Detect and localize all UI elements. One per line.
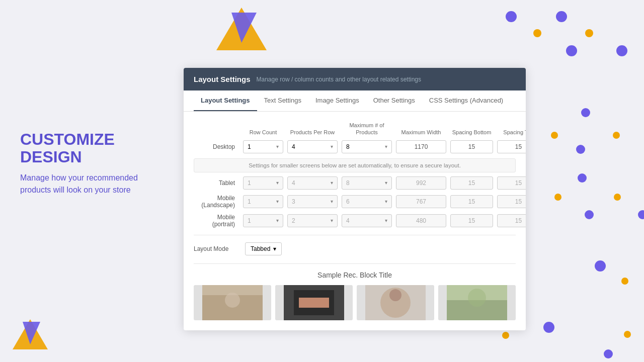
dot-purple-12 — [604, 349, 613, 358]
dot-purple-3 — [566, 45, 577, 56]
dot-purple-7 — [578, 173, 587, 183]
svg-rect-9 — [299, 298, 329, 308]
settings-table: Row Count Products Per Row Maximum # of … — [194, 122, 516, 228]
chevron-down-icon: ▾ — [276, 218, 279, 223]
mobile-portrait-max-width[interactable] — [396, 214, 446, 227]
info-banner: Settings for smaller screens below are s… — [194, 158, 516, 172]
product-thumb-2 — [275, 285, 353, 320]
tab-css-settings[interactable]: CSS Settings (Advanced) — [422, 90, 510, 111]
page-description: Manage how your recommended products wil… — [20, 172, 161, 196]
desktop-products-per-row[interactable]: 4 ▾ — [287, 140, 338, 153]
dot-orange-4 — [613, 132, 620, 139]
tablet-spacing-bottom[interactable] — [450, 176, 493, 190]
panel-title: Layout Settings — [194, 75, 251, 83]
mobile-portrait-spacing-top[interactable] — [497, 214, 526, 227]
dot-purple-1 — [506, 11, 517, 22]
svg-point-6 — [225, 293, 240, 308]
dot-orange-6 — [614, 194, 621, 201]
mobile-landscape-max-width[interactable] — [396, 195, 446, 208]
product-thumbnails — [194, 285, 516, 320]
tablet-products-per-row[interactable]: 4 ▾ — [287, 176, 338, 190]
divider — [194, 235, 516, 235]
row-label-desktop: Desktop — [194, 143, 239, 150]
chevron-down-icon: ▾ — [273, 245, 276, 252]
svg-point-15 — [468, 289, 486, 307]
tablet-max-products[interactable]: 8 ▾ — [342, 176, 392, 190]
dot-purple-11 — [543, 322, 554, 333]
chevron-down-icon: ▾ — [385, 199, 387, 204]
chevron-down-icon: ▾ — [331, 218, 333, 223]
dot-purple-2 — [556, 11, 567, 22]
table-row: Mobile (Landscape) 1 ▾ 3 ▾ 6 ▾ — [194, 195, 516, 209]
row-label-mobile-landscape: Mobile (Landscape) — [194, 195, 239, 209]
dot-orange-7 — [621, 278, 628, 285]
dot-purple-9 — [638, 210, 644, 219]
chevron-down-icon: ▾ — [276, 199, 279, 204]
left-content: CUSTOMIZE DESIGN Manage how your recomme… — [20, 131, 161, 196]
mobile-landscape-max-products[interactable]: 6 ▾ — [342, 195, 392, 208]
chevron-down-icon: ▾ — [331, 144, 333, 149]
tab-image-settings[interactable]: Image Settings — [308, 90, 366, 111]
dot-orange-2 — [585, 29, 593, 37]
desktop-max-products[interactable]: 8 ▾ — [342, 140, 392, 153]
tablet-spacing-top[interactable] — [497, 176, 526, 190]
mobile-portrait-products-per-row[interactable]: 2 ▾ — [287, 214, 338, 227]
tablet-row-count[interactable]: 1 ▾ — [243, 176, 283, 190]
chevron-down-icon: ▾ — [385, 218, 387, 223]
dot-orange-10 — [624, 331, 631, 338]
chevron-down-icon: ▾ — [331, 199, 333, 204]
main-panel: Layout Settings Manage row / column coun… — [184, 68, 526, 330]
dot-orange-3 — [551, 132, 558, 139]
table-row: Tablet 1 ▾ 4 ▾ 8 ▾ — [194, 176, 516, 190]
col-header-row-count: Row Count — [243, 129, 283, 136]
tab-bar: Layout Settings Text Settings Image Sett… — [184, 90, 526, 112]
layout-mode-select[interactable]: Tabbed ▾ — [245, 242, 282, 255]
product-thumb-3 — [357, 285, 434, 320]
page-title: CUSTOMIZE DESIGN — [20, 131, 161, 166]
panel-body: Row Count Products Per Row Maximum # of … — [184, 112, 526, 330]
mobile-portrait-max-products[interactable]: 4 ▾ — [342, 214, 392, 227]
dot-purple-10 — [595, 260, 606, 272]
dot-orange-9 — [502, 332, 509, 339]
panel-header: Layout Settings Manage row / column coun… — [184, 68, 526, 90]
chevron-down-icon: ▾ — [385, 144, 387, 149]
col-header-max-width: Maximum Width — [396, 129, 446, 136]
col-header-spacing-bottom: Spacing Bottom — [450, 129, 493, 136]
layout-mode-row: Layout Mode Tabbed ▾ — [194, 242, 516, 255]
mobile-portrait-spacing-bottom[interactable] — [450, 214, 493, 227]
logo-bottom-icon — [10, 317, 50, 352]
desktop-max-width[interactable] — [396, 140, 446, 153]
svg-point-12 — [389, 289, 401, 301]
desktop-spacing-top[interactable] — [497, 140, 526, 153]
chevron-down-icon: ▾ — [385, 180, 387, 186]
tab-other-settings[interactable]: Other Settings — [366, 90, 422, 111]
mobile-portrait-row-count[interactable]: 1 ▾ — [243, 214, 283, 227]
dot-orange-5 — [554, 194, 561, 201]
mobile-landscape-spacing-top[interactable] — [497, 195, 526, 208]
desktop-spacing-bottom[interactable] — [450, 140, 493, 153]
panel-subtitle: Manage row / column counts and other lay… — [257, 76, 422, 83]
mobile-landscape-spacing-bottom[interactable] — [450, 195, 493, 208]
layout-mode-label: Layout Mode — [194, 245, 239, 252]
table-row: Desktop 1 ▾ 4 ▾ 8 ▾ — [194, 140, 516, 153]
col-header-max-products: Maximum # of Products — [342, 122, 392, 136]
row-label-tablet: Tablet — [194, 179, 239, 187]
chevron-down-icon: ▾ — [331, 180, 333, 186]
mobile-landscape-row-count[interactable]: 1 ▾ — [243, 195, 283, 208]
dot-orange-1 — [533, 29, 541, 37]
col-header-spacing-top: Spacing Top — [497, 129, 526, 136]
chevron-down-icon: ▾ — [276, 144, 279, 149]
tab-text-settings[interactable]: Text Settings — [257, 90, 308, 111]
sample-title: Sample Rec. Block Title — [194, 271, 516, 279]
col-header-products-per-row: Products Per Row — [287, 129, 338, 136]
table-header-row: Row Count Products Per Row Maximum # of … — [194, 122, 516, 136]
table-row: Mobile (portrait) 1 ▾ 2 ▾ 4 ▾ — [194, 214, 516, 228]
tab-layout-settings[interactable]: Layout Settings — [194, 90, 257, 111]
chevron-down-icon: ▾ — [276, 180, 279, 186]
sample-block: Sample Rec. Block Title — [194, 263, 516, 320]
logo-top-icon — [211, 5, 272, 55]
tablet-max-width[interactable] — [396, 176, 446, 190]
dot-purple-6 — [576, 145, 585, 154]
desktop-row-count[interactable]: 1 ▾ — [243, 140, 283, 153]
mobile-landscape-products-per-row[interactable]: 3 ▾ — [287, 195, 338, 208]
